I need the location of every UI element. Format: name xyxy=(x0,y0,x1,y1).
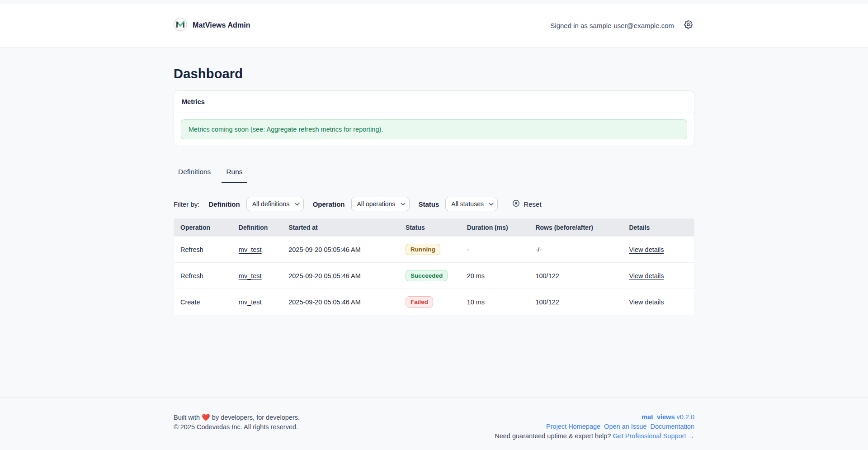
page-title: Dashboard xyxy=(174,66,694,81)
operation-cell: Refresh xyxy=(174,237,232,263)
mat-views-link[interactable]: mat_views xyxy=(642,413,675,421)
brand-title: MatViews Admin xyxy=(193,21,250,29)
version-label: v0.2.0 xyxy=(677,413,695,421)
view-details-link[interactable]: View details xyxy=(629,246,664,253)
app-header: MatViews Admin Signed in as sample-user@… xyxy=(0,4,868,47)
operation-cell: Create xyxy=(174,289,232,315)
duration-cell: 10 ms xyxy=(461,289,529,315)
started-at-cell: 2025-09-20 05:05:46 AM xyxy=(282,263,399,289)
matviews-logo-icon xyxy=(174,18,187,33)
status-badge: Failed xyxy=(406,296,433,308)
filter-bar: Filter by: Definition All definitions Op… xyxy=(174,197,694,211)
status-filter-label: Status xyxy=(419,200,439,208)
operation-filter-label: Operation xyxy=(313,200,345,208)
column-header-details: Details xyxy=(623,219,694,237)
site-footer: Built with ❤️ by developers, for develop… xyxy=(0,397,868,450)
column-header-started-at: Started at xyxy=(282,219,399,237)
definition-link[interactable]: mv_test xyxy=(239,298,262,306)
status-filter-select[interactable]: All statuses xyxy=(445,197,498,211)
rows-cell: -/- xyxy=(529,237,623,263)
metrics-card: Metrics Metrics coming soon (see: Aggreg… xyxy=(174,90,694,146)
rows-cell: 100/122 xyxy=(529,289,623,315)
column-header-operation: Operation xyxy=(174,219,232,237)
view-details-link[interactable]: View details xyxy=(629,272,664,279)
tab-runs[interactable]: Runs xyxy=(222,163,247,183)
gear-icon xyxy=(684,20,693,30)
definition-filter-select[interactable]: All definitions xyxy=(246,197,304,211)
circle-x-icon xyxy=(512,199,520,208)
runs-table: Operation Definition Started at Status D… xyxy=(174,218,694,315)
definition-link[interactable]: mv_test xyxy=(239,246,262,253)
duration-cell: - xyxy=(461,237,529,263)
open-an-issue-link[interactable]: Open an Issue xyxy=(604,423,646,430)
filter-by-label: Filter by: xyxy=(174,200,200,208)
status-badge: Running xyxy=(406,244,440,255)
table-row: Refresh mv_test 2025-09-20 05:05:46 AM R… xyxy=(174,237,694,263)
duration-cell: 20 ms xyxy=(461,263,529,289)
professional-support-link[interactable]: Get Professional Support → xyxy=(613,432,694,440)
column-header-definition: Definition xyxy=(232,219,282,237)
settings-button[interactable] xyxy=(682,19,694,32)
metrics-coming-soon-notice: Metrics coming soon (see: Aggregate refr… xyxy=(181,119,687,139)
signed-in-text: Signed in as sample-user@example.com xyxy=(550,22,674,29)
top-strip xyxy=(0,0,868,4)
metrics-card-title: Metrics xyxy=(182,98,205,105)
status-badge: Succeeded xyxy=(406,270,448,281)
table-row: Refresh mv_test 2025-09-20 05:05:46 AM S… xyxy=(174,263,694,289)
column-header-rows: Rows (before/after) xyxy=(529,219,623,237)
started-at-cell: 2025-09-20 05:05:46 AM xyxy=(282,289,399,315)
version-line: mat_views v0.2.0 xyxy=(495,412,694,422)
operation-cell: Refresh xyxy=(174,263,232,289)
view-details-link[interactable]: View details xyxy=(629,298,664,306)
definition-filter-label: Definition xyxy=(209,200,240,208)
column-header-duration: Duration (ms) xyxy=(461,219,529,237)
built-with-line: Built with ❤️ by developers, for develop… xyxy=(174,412,300,422)
tab-definitions[interactable]: Definitions xyxy=(174,163,215,183)
definition-link[interactable]: mv_test xyxy=(239,272,262,279)
project-homepage-link[interactable]: Project Homepage xyxy=(546,423,600,430)
brand[interactable]: MatViews Admin xyxy=(174,18,250,33)
started-at-cell: 2025-09-20 05:05:46 AM xyxy=(282,237,399,263)
copyright-line: © 2025 Codevedas Inc. All rights reserve… xyxy=(174,422,300,432)
table-header-row: Operation Definition Started at Status D… xyxy=(174,219,694,237)
heart-icon: ❤️ xyxy=(202,413,210,421)
metrics-card-header: Metrics xyxy=(174,91,694,113)
reset-label: Reset xyxy=(524,200,541,208)
documentation-link[interactable]: Documentation xyxy=(650,423,694,430)
footer-links: Project Homepage Open an Issue Documenta… xyxy=(495,422,694,431)
operation-filter-select[interactable]: All operations xyxy=(351,197,410,211)
tab-bar: Definitions Runs xyxy=(174,163,694,183)
column-header-status: Status xyxy=(399,219,461,237)
rows-cell: 100/122 xyxy=(529,263,623,289)
table-row: Create mv_test 2025-09-20 05:05:46 AM Fa… xyxy=(174,289,694,315)
support-line: Need guaranteed uptime & expert help? Ge… xyxy=(495,431,694,441)
reset-filters-button[interactable]: Reset xyxy=(512,199,541,208)
